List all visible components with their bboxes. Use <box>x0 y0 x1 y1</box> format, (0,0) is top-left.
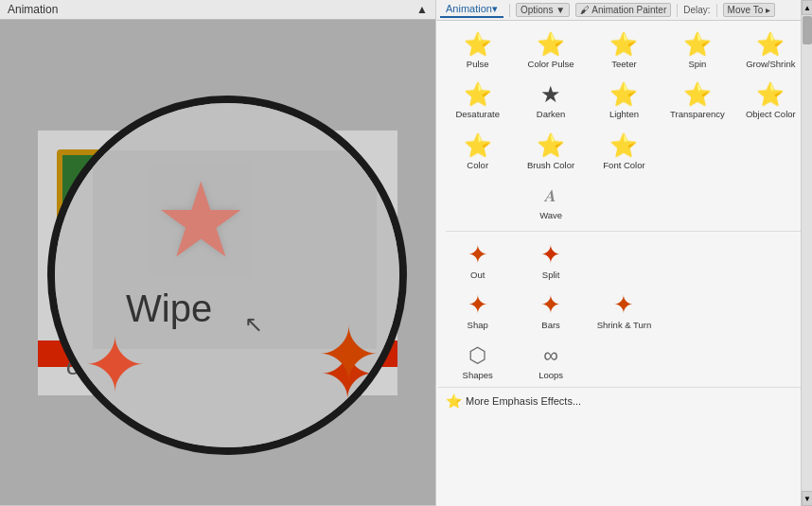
anim-grow-shrink[interactable]: ⭐ Grow/Shrink <box>735 26 806 73</box>
magnifier-content: ★ Wipe ↖ ✦ ✦ ✦ <box>55 103 399 447</box>
scrollbar-thumb[interactable] <box>803 16 812 44</box>
animation-painter-button[interactable]: 🖌 Animation Painter <box>575 3 671 17</box>
anim-empty-12 <box>589 338 660 384</box>
anim-empty-5 <box>662 178 733 224</box>
shap-label: Shap <box>468 320 488 330</box>
loops-label: Loops <box>538 370 563 380</box>
darken-label: Darken <box>537 109 566 119</box>
tab-animation[interactable]: Animation▾ <box>440 2 503 18</box>
anim-row-3: ⭐ Color ⭐ Brush Color ⭐ Font Color <box>438 126 810 176</box>
pulse-label: Pulse <box>467 59 489 69</box>
transparency-label: Transparency <box>670 109 725 119</box>
shapes-icon: ⬡ <box>468 341 486 370</box>
left-panel-title: Animation <box>8 3 58 16</box>
spin-icon: ⭐ <box>683 30 712 59</box>
sep1 <box>509 4 510 17</box>
brush-color-icon: ⭐ <box>537 131 565 160</box>
mag-center-star: ★ <box>154 160 248 281</box>
magnifier: ★ Wipe ↖ ✦ ✦ ✦ <box>47 96 407 455</box>
slide-area: CÂU H appear THỜ om ★ Wipe <box>0 20 435 505</box>
lighten-icon: ⭐ <box>609 80 638 109</box>
anim-color-pulse[interactable]: ⭐ Color Pulse <box>515 26 586 73</box>
mag-cursor: ↖ <box>244 311 263 338</box>
loops-icon: ∞ <box>543 341 558 370</box>
color-icon: ⭐ <box>464 131 492 160</box>
split-icon: ✦ <box>540 241 561 270</box>
anim-transparency[interactable]: ⭐ Transparency <box>662 77 733 123</box>
shapes-label: Shapes <box>463 370 493 380</box>
anim-teeter[interactable]: ⭐ Teeter <box>589 26 660 73</box>
spin-label: Spin <box>688 59 706 69</box>
anim-shap[interactable]: ✦ Shap <box>442 288 513 334</box>
toolbar-strip: Animation▾ Options ▼ 🖌 Animation Painter… <box>436 0 802 21</box>
anim-lighten[interactable]: ⭐ Lighten <box>589 77 660 123</box>
font-color-icon: ⭐ <box>609 131 638 160</box>
anim-color[interactable]: ⭐ Color <box>442 128 513 174</box>
anim-empty-8 <box>662 237 733 284</box>
grow-shrink-label: Grow/Shrink <box>746 59 795 69</box>
color-label: Color <box>467 160 488 170</box>
anim-empty-6 <box>735 178 806 224</box>
scrollbar-down-button[interactable]: ▼ <box>802 491 812 506</box>
anim-empty-2 <box>735 128 806 174</box>
teeter-label: Teeter <box>611 59 636 69</box>
scrollbar-track: ▲ ▼ <box>801 0 812 506</box>
sep2 <box>677 4 678 17</box>
mag-right-mid-star: ✦ <box>317 311 380 399</box>
anim-spin[interactable]: ⭐ Spin <box>662 26 733 73</box>
shap-icon: ✦ <box>468 291 488 320</box>
anim-row-1: ⭐ Pulse ⭐ Color Pulse ⭐ Teeter ⭐ Spin ⭐ … <box>438 25 810 75</box>
darken-icon: ★ <box>540 80 561 109</box>
anim-row-7: ⬡ Shapes ∞ Loops <box>438 336 810 386</box>
anim-empty-10 <box>662 288 733 334</box>
anim-split[interactable]: ✦ Split <box>515 237 586 284</box>
anim-font-color[interactable]: ⭐ Font Color <box>589 128 660 174</box>
brush-color-label: Brush Color <box>527 160 574 170</box>
anim-empty-3 <box>442 178 513 224</box>
anim-shrink-turn[interactable]: ✦ Shrink & Turn <box>589 288 660 334</box>
shrink-turn-icon: ✦ <box>613 291 634 320</box>
anim-empty-11 <box>735 288 806 334</box>
move-to-button[interactable]: Move To ▸ <box>723 3 775 17</box>
anim-row-5: ✦ Out ✦ Split <box>438 236 810 286</box>
object-color-label: Object Color <box>746 109 796 119</box>
teeter-icon: ⭐ <box>609 30 638 59</box>
anim-row-6: ✦ Shap ✦ Bars ✦ Shrink & Turn <box>438 286 810 336</box>
desaturate-icon: ⭐ <box>464 80 492 109</box>
animation-grid-container: ⭐ Pulse ⭐ Color Pulse ⭐ Teeter ⭐ Spin ⭐ … <box>436 21 812 506</box>
anim-row-4: 𝑨 Wave <box>438 176 810 226</box>
desaturate-label: Desaturate <box>455 109 499 119</box>
color-pulse-icon: ⭐ <box>537 30 565 59</box>
section-divider-1 <box>446 231 803 232</box>
sep3 <box>716 4 717 17</box>
split-label: Split <box>542 270 559 280</box>
anim-desaturate[interactable]: ⭐ Desaturate <box>442 77 513 123</box>
options-button[interactable]: Options ▼ <box>516 3 570 17</box>
anim-bars[interactable]: ✦ Bars <box>515 288 586 334</box>
anim-pulse[interactable]: ⭐ Pulse <box>442 26 513 73</box>
scrollbar-up-button[interactable]: ▲ <box>802 0 812 15</box>
font-color-label: Font Color <box>603 160 644 170</box>
more-effects-container: ⭐ More Emphasis Effects... <box>438 387 810 414</box>
anim-empty-9 <box>735 237 806 284</box>
anim-darken[interactable]: ★ Darken <box>515 77 586 123</box>
anim-row-2: ⭐ Desaturate ★ Darken ⭐ Lighten ⭐ Transp… <box>438 75 810 125</box>
left-panel: Animation ▲ CÂU H appear THỜ om ★ Wipe <box>0 0 435 506</box>
anim-object-color[interactable]: ⭐ Object Color <box>735 77 806 123</box>
left-panel-collapse[interactable]: ▲ <box>416 3 428 16</box>
anim-shapes[interactable]: ⬡ Shapes <box>442 338 513 384</box>
anim-loops[interactable]: ∞ Loops <box>515 338 586 384</box>
more-emphasis-effects-link[interactable]: ⭐ More Emphasis Effects... <box>446 393 803 409</box>
anim-empty-13 <box>662 338 733 384</box>
anim-empty-1 <box>662 128 733 174</box>
color-pulse-label: Color Pulse <box>528 59 574 69</box>
anim-out[interactable]: ✦ Out <box>442 237 513 284</box>
anim-wave[interactable]: 𝑨 Wave <box>515 178 586 224</box>
transparency-icon: ⭐ <box>683 80 712 109</box>
anim-brush-color[interactable]: ⭐ Brush Color <box>515 128 586 174</box>
wave-label: Wave <box>539 210 562 220</box>
object-color-icon: ⭐ <box>756 80 785 109</box>
anim-empty-4 <box>589 178 660 224</box>
pulse-icon: ⭐ <box>464 30 492 59</box>
delay-label: Delay: <box>683 5 710 15</box>
